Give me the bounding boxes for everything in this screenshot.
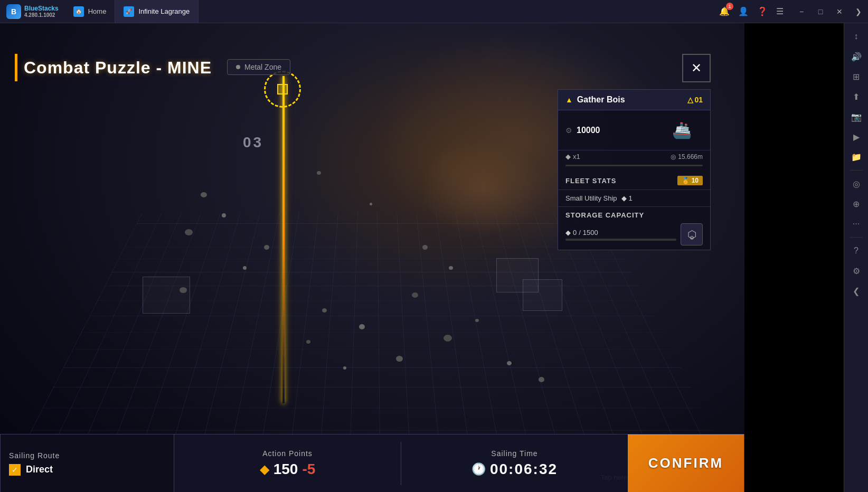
ship-type-label: Small Utility Ship [565,194,617,202]
app-version: 4.280.1.1002 [24,12,59,18]
home-tab-icon: 🏠 [73,6,84,17]
sidebar-copy-icon[interactable]: ⊕ [847,195,865,213]
help-icon[interactable]: ❓ [755,4,770,18]
tab-game[interactable]: 🚀 Infinite Lagrange [115,0,199,23]
zone-dot [236,65,240,69]
sidebar-divider [850,170,863,171]
action-points-number: 150 [273,461,298,478]
bs-icon: B [6,4,21,19]
sailing-time-section: Sailing Time 🕐 00:06:32 [401,442,628,485]
board-rect [523,279,562,311]
bottom-bar: Sailing Route ✓ Direct Action Points ◆ 1… [0,434,744,492]
resource-amount: 10000 [577,126,600,135]
asteroid [370,203,372,205]
account-icon[interactable]: 👤 [736,4,751,18]
sailing-time-icon: 🕐 [471,462,486,476]
confirm-label: CONFIRM [648,455,723,471]
menu-icon[interactable]: ☰ [774,4,786,18]
ship-row: Small Utility Ship ◆ 1 [558,190,710,207]
tab-home-label: Home [88,7,107,15]
board-rect [143,277,190,314]
action-points-label: Action Points [262,449,313,458]
sailing-route-section: Sailing Route ✓ Direct [0,434,174,492]
storage-gear-icon[interactable]: ⬡ ⚙ [681,223,703,245]
sidebar-resize-icon[interactable]: ↕ [847,27,865,45]
distance-value: 15.666m [678,153,703,160]
notification-icon[interactable]: 🔔1 [717,4,732,18]
route-type: Direct [26,464,53,475]
ship-count-icon: ◆ [621,194,627,202]
sidebar-location-icon[interactable]: ◎ [847,175,865,193]
fleet-stats-label: FLEET STATS [565,177,616,185]
resource-row: ⚙ 10000 🚢 [558,110,710,150]
asteroid [243,266,247,270]
right-sidebar: ↕ 🔊 ⊞ ⬆ 📷 ▶ 📁 ◎ ⊕ ··· ? ⚙ ❮ [844,23,868,492]
route-value: ✓ Direct [9,464,165,476]
sidebar-record-icon[interactable]: ▶ [847,128,865,146]
fleet-stats-header: FLEET STATS 🏅 10 [558,172,710,190]
route-checkbox[interactable]: ✓ [9,464,21,476]
storage-capacity-label: STORAGE CAPACITY [565,211,703,219]
sailing-time-number: 00:06:32 [490,461,558,478]
distance-icon: ◎ [671,153,676,160]
delta-icon: △ [687,96,693,104]
action-points-section: Action Points ◆ 150 -5 [174,442,401,485]
asteroid [306,340,310,344]
sub-row: ◆ x1 ◎ 15.666m [558,150,710,165]
action-points-cost: -5 [302,461,315,478]
sidebar-back-icon[interactable]: ❮ [847,282,865,300]
sidebar-upload-icon[interactable]: ⬆ [847,88,865,106]
sidebar-help-icon[interactable]: ? [847,242,865,260]
asteroid [396,356,403,362]
minimize-button[interactable]: − [792,0,811,23]
zone-label: Metal Zone [244,63,281,71]
asteroid [359,324,365,329]
progress-bar [565,165,703,166]
ship-image: 🚢 [661,116,703,145]
asteroid [201,192,207,197]
asteroid [222,213,226,217]
storage-bar [565,239,676,241]
window-controls: − □ ✕ ❯ [792,0,868,23]
storage-settings-icon: ⚙ [690,235,694,241]
sidebar-folder-icon[interactable]: 📁 [847,148,865,166]
cargo-count: x1 [573,153,580,160]
storage-icon: ◆ [565,229,571,236]
sidebar-sound-icon[interactable]: 🔊 [847,48,865,65]
page-title-section: Combat Puzzle - MINE [15,54,212,81]
stats-section: Action Points ◆ 150 -5 Sailing Time 🕐 00… [174,434,744,492]
sailing-time-value: 🕐 00:06:32 [471,461,558,478]
maximize-button[interactable]: □ [811,0,830,23]
fleet-stats-badge: 🏅 10 [677,176,703,185]
asteroid [185,229,193,235]
location-code: 03 [243,134,263,151]
sidebar-grid-icon[interactable]: ⊞ [847,68,865,86]
ship-count: ◆ 1 [621,194,633,202]
route-line [282,76,285,403]
sidebar-more-icon[interactable]: ··· [847,215,865,233]
storage-row: ◆ 0 / 1500 ⬡ ⚙ [565,223,703,245]
tab-home[interactable]: 🏠 Home [65,0,116,23]
close-icon: ✕ [691,61,702,75]
delta-number: 01 [694,96,703,104]
asteroid [317,171,321,175]
sailing-time-label: Sailing Time [491,449,537,458]
sidebar-divider-2 [850,237,863,238]
close-button[interactable]: ✕ [682,54,711,82]
storage-max: 1500 [583,229,598,236]
asteroid [449,266,453,270]
detach-button[interactable]: ❯ [849,0,868,23]
game-tab-icon: 🚀 [124,6,134,17]
sidebar-camera-icon[interactable]: 📷 [847,108,865,126]
notification-badge: 1 [726,3,733,10]
action-points-value: ◆ 150 -5 [260,461,316,478]
sidebar-settings-icon[interactable]: ⚙ [847,262,865,280]
close-window-button[interactable]: ✕ [830,0,849,23]
asteroid [444,335,452,342]
asteroid [264,245,269,250]
confirm-button[interactable]: CONFIRM [628,434,744,492]
asteroid [539,377,544,382]
ship-count-value: 1 [629,194,633,202]
storage-amount: ◆ 0 / 1500 [565,229,676,236]
cargo-info: ◆ x1 [565,153,580,160]
